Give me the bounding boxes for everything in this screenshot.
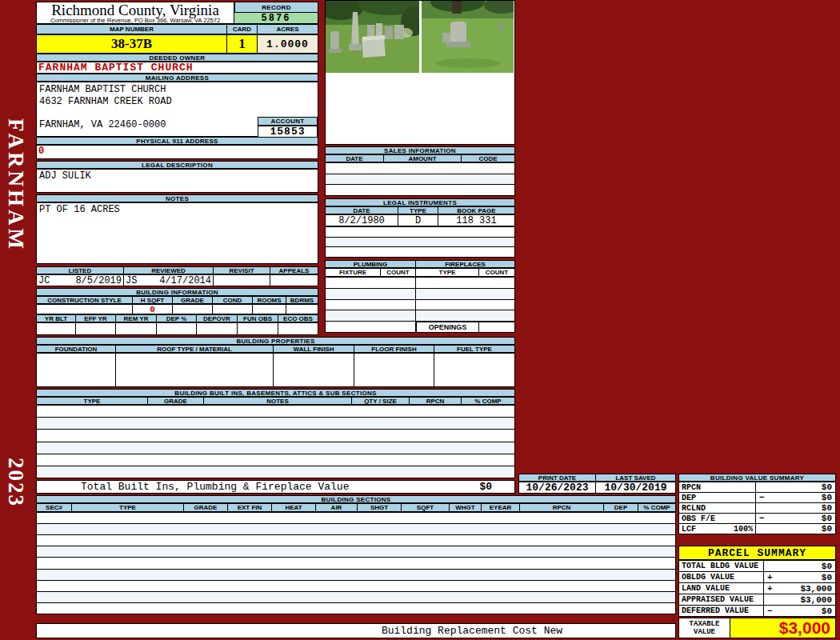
taxable-value-amount: $3,000 [730, 618, 835, 638]
revisit-value [214, 274, 270, 286]
col-wall-finish: WALL FINISH [274, 345, 354, 353]
built-ins-total-label: Total Built Ins, Plumbing & Fireplace Va… [81, 481, 349, 493]
card-header: CARD [227, 24, 258, 34]
built-ins-total-value: $0 [479, 481, 492, 493]
plumbing-empty-rows [325, 277, 416, 322]
bvs-row-obs: OBS F/E −$0 [678, 513, 836, 524]
col-eff-yr: EFF YR [76, 314, 116, 322]
col-h-sqft: H SQFT [133, 296, 173, 304]
col-qty-size: QTY / SIZE [352, 397, 410, 405]
print-date-header: PRINT DATE [518, 474, 596, 482]
notes-header: NOTES [36, 194, 318, 202]
acres-header: ACRES [258, 24, 318, 34]
bvs-row-dep: DEP −$0 [678, 492, 836, 503]
reviewed-header: REVIEWED [124, 266, 214, 274]
col-yr-blt: YR BLT [36, 314, 76, 322]
mailing-address-header: MAILING ADDRESS [36, 74, 318, 82]
col-whgt: WHGT [450, 503, 482, 512]
built-ins-empty-rows [36, 405, 515, 478]
col-cond: COND [213, 296, 253, 304]
col-instr-date: DATE [325, 206, 398, 214]
sidebar-district-label: FARNHAM [3, 118, 28, 278]
col-dep-pct: DEP % [157, 314, 197, 322]
legal-instrument-row: 8/2/1980 D 118 331 [325, 214, 515, 226]
parcel-row-deferred: DEFERRED VALUE −$0 [678, 605, 836, 617]
building-information-header: BUILDING INFORMATION [36, 288, 318, 296]
mailing-address-box: FARNHAM BAPTIST CHURCH 4632 FARNHAM CREE… [36, 82, 318, 137]
col-instr-type: TYPE [398, 206, 438, 214]
built-ins-total-row: Total Built Ins, Plumbing & Fireplace Va… [36, 480, 515, 494]
col-rpcn: RPCN [520, 503, 604, 512]
sales-information-header: SALES INFORMATION [325, 146, 515, 154]
deeded-owner-header: DEEDED OWNER [36, 54, 318, 62]
building-sections-empty-rows [36, 512, 676, 614]
col-sale-amount: AMOUNT [384, 154, 462, 162]
physical-911-header: PHYSICAL 911 ADDRESS [36, 137, 318, 145]
sales-empty-rows [325, 162, 515, 196]
account-value: 15853 [258, 126, 318, 138]
col-foundation: FOUNDATION [36, 345, 116, 353]
col-eco-obs: ECO OBS [278, 314, 318, 322]
col-ext-fin: EXT FIN [228, 503, 272, 512]
col-bdrms: BDRMS [286, 296, 318, 304]
col-book-page: BOOK PAGE [438, 206, 515, 214]
parcel-row-land: LAND VALUE +$3,000 [678, 582, 836, 594]
reviewed-value: JS4/17/2014 [124, 274, 214, 286]
col-type: TYPE [72, 503, 184, 512]
bvs-row-rclnd: RCLND $0 [678, 502, 836, 514]
map-number-value: 38-37B [36, 34, 227, 54]
property-photo-right [422, 1, 514, 73]
legal-instruments-header: LEGAL INSTRUMENTS [325, 198, 515, 206]
parcel-row-obldg: OBLDG VALUE +$0 [678, 571, 836, 583]
appeals-value [270, 274, 318, 286]
col-fireplace-type: TYPE [416, 268, 479, 277]
record-value: 5876 [234, 12, 318, 24]
col-sec: SEC# [36, 503, 72, 512]
col-grade: GRADE [184, 503, 228, 512]
fireplaces-header: FIREPLACES [416, 260, 515, 268]
col-notes: NOTES [204, 397, 352, 405]
parcel-row-appraised: APPRAISED VALUE $3,000 [678, 594, 836, 606]
acres-value: 1.0000 [258, 34, 318, 54]
col-sale-code: CODE [462, 154, 515, 162]
col-grade: GRADE [173, 296, 213, 304]
county-header-box: Richmond County, Virginia Commissioner o… [36, 2, 234, 24]
col-rpcn: RPCN [410, 397, 462, 405]
col-pct-comp: % COMP [638, 503, 676, 512]
col-pct-comp: % COMP [462, 397, 515, 405]
col-rem-yr: REM YR [116, 314, 157, 322]
card-value: 1 [227, 34, 258, 54]
last-saved-header: LAST SAVED [596, 474, 676, 482]
physical-911-value: 0 [36, 145, 318, 159]
notes-value: PT OF 16 ACRES [36, 202, 318, 264]
plumbing-header: PLUMBING [325, 260, 416, 268]
building-value-summary-table: RPCN $0 DEP −$0 RCLND $0 OBS F/E −$0 LCF… [678, 482, 836, 534]
openings-value [479, 322, 515, 333]
parcel-summary-table: TOTAL BLDG VALUE $0 OBLDG VALUE +$0 LAND… [678, 560, 836, 617]
address-line-3: FARNHAM, VA 22460-0000 [39, 119, 166, 130]
col-air: AIR [316, 503, 358, 512]
listed-header: LISTED [36, 266, 124, 274]
openings-label: OPENINGS [416, 322, 479, 333]
taxable-value-row: TAXABLE VALUE $3,000 [678, 618, 836, 638]
building-value-summary-header: BUILDING VALUE SUMMARY [678, 474, 836, 482]
col-heat: HEAT [272, 503, 316, 512]
col-grade: GRADE [148, 397, 204, 405]
col-dep: DEP [604, 503, 638, 512]
photo-panel [325, 0, 515, 145]
account-header: ACCOUNT [258, 117, 318, 126]
col-eyear: EYEAR [482, 503, 520, 512]
legal-instruments-empty-rows [325, 226, 515, 258]
property-photo-left [326, 1, 419, 73]
col-fixture: FIXTURE [325, 268, 381, 277]
col-depovr: DEPOVR [197, 314, 238, 322]
taxable-value-label: TAXABLE VALUE [679, 618, 730, 638]
built-ins-header: BUILDING BUILT INS, BASEMENTS, ATTICS & … [36, 389, 515, 397]
building-sections-header: BUILDING SECTIONS [36, 495, 676, 503]
record-header: RECORD [234, 2, 318, 13]
col-sale-date: DATE [325, 154, 384, 162]
bvs-row-lcf: LCF100% $0 [678, 523, 836, 534]
address-line-1: FARNHAM BAPTIST CHURCH [39, 84, 166, 95]
parcel-row-total-bldg: TOTAL BLDG VALUE $0 [678, 560, 836, 572]
print-date-value: 10/26/2023 [518, 482, 596, 494]
